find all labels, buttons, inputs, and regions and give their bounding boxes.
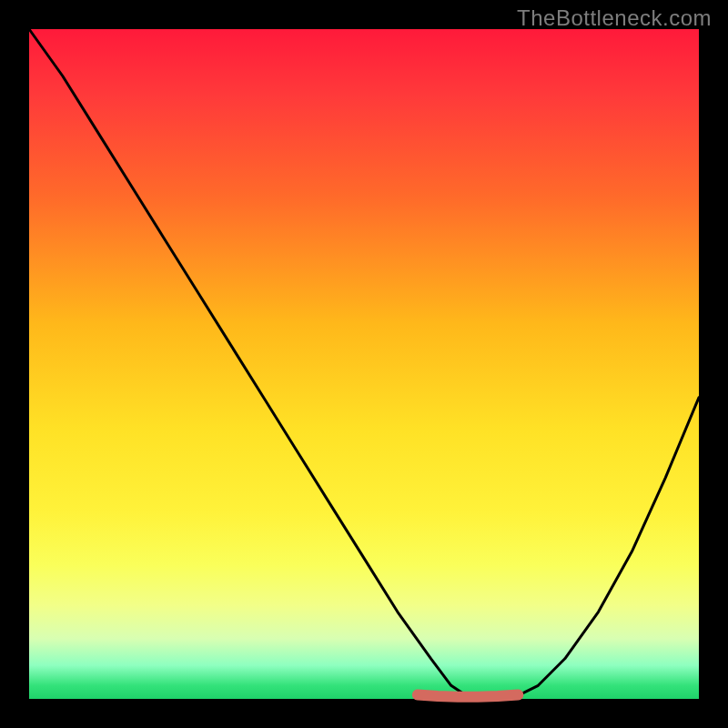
flat-marker-path	[418, 695, 518, 697]
chart-frame: TheBottleneck.com	[0, 0, 728, 728]
bottleneck-curve-path	[29, 29, 699, 699]
plot-area	[29, 29, 699, 699]
watermark-text: TheBottleneck.com	[517, 5, 712, 31]
curve-svg	[29, 29, 699, 699]
